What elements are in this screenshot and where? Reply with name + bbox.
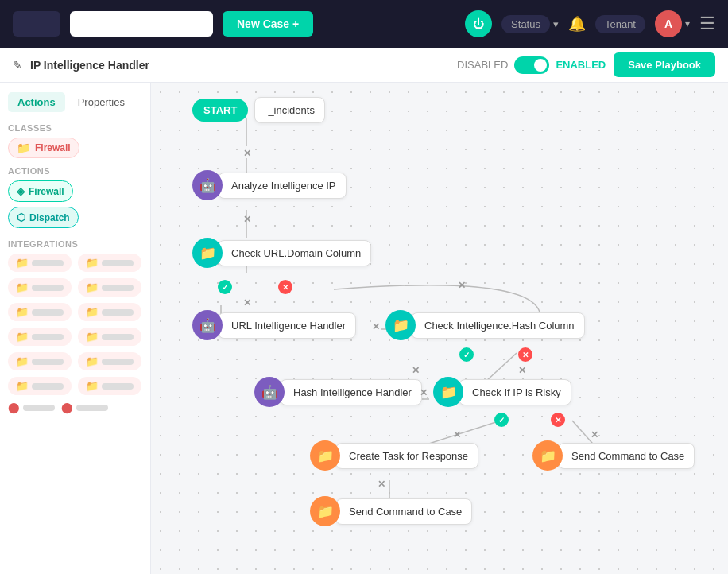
folder-icon: 📁 (86, 257, 99, 269)
folder-orange-icon: 📁 (310, 440, 340, 471)
check-hash-label: Check Intelligence.Hash Column (411, 312, 585, 339)
integration-item[interactable]: 📁 (78, 328, 141, 346)
fail-connector: ✕ (551, 413, 565, 427)
connector-x: ✕ (243, 214, 251, 225)
integration-item[interactable]: ⬤ (61, 401, 108, 413)
actions-label: Actions (8, 166, 142, 176)
folder-icon: 📁 (86, 355, 99, 367)
playbook-title: IP Intelligence Handler (30, 59, 149, 72)
topnav: New Case + ⏻ Status ▾ 🔔 Tenant A ▾ ☰ (0, 0, 728, 48)
folder-icon: 📁 (16, 380, 29, 392)
folder-icon: 📁 (86, 331, 99, 343)
circle-icon: ⬤ (8, 401, 20, 413)
success-connector: ✓ (218, 280, 232, 294)
connector-x: ✕ (243, 297, 251, 308)
integration-item[interactable]: 📁 (8, 278, 72, 297)
flow-canvas[interactable]: START _incidents ✕ 🤖 Analyze Intelligenc… (151, 83, 728, 574)
start-text: _incidents (254, 97, 325, 123)
hamburger-icon[interactable]: ☰ (699, 14, 715, 34)
connector-x: ✕ (412, 365, 420, 376)
search-input[interactable] (70, 11, 213, 37)
connector-x: ✕ (453, 429, 461, 440)
folder-icon: 📁 (16, 257, 29, 269)
fail-connector: ✕ (518, 347, 532, 362)
send-command-right-node[interactable]: 📁 Send Command to Case (532, 440, 695, 471)
integration-item[interactable]: 📁 (8, 303, 72, 321)
avatar-dropdown[interactable]: A ▾ (655, 10, 690, 37)
classes-label: Classes (8, 123, 142, 133)
integration-item[interactable]: 📁 (78, 278, 141, 297)
folder-icon: 📁 (17, 142, 30, 154)
folder-icon: 📁 (86, 306, 99, 318)
folder-teal-icon: 📁 (192, 238, 223, 268)
folder-icon: 📁 (86, 281, 99, 293)
action-firewall-label: Firewall (29, 186, 64, 197)
integration-row: 📁 📁 (8, 328, 142, 346)
connector-x: ✕ (420, 387, 428, 398)
circle-icon: ⬤ (61, 401, 73, 413)
integration-item[interactable]: 📁 (78, 303, 141, 321)
integration-item[interactable]: 📁 (78, 254, 141, 272)
integration-item[interactable]: 📁 (8, 254, 72, 272)
integration-item[interactable]: 📁 (78, 352, 141, 370)
integration-row: ⬤ ⬤ (8, 401, 142, 413)
enable-toggle[interactable] (514, 56, 549, 74)
fail-connector: ✕ (278, 280, 292, 294)
avatar: A (655, 10, 682, 37)
check-hash-node[interactable]: 📁 Check Intelligence.Hash Column (385, 310, 585, 340)
status-dropdown[interactable]: Status ▾ (501, 15, 559, 33)
nav-logo (13, 11, 60, 37)
enabled-label: ENABLED (556, 59, 606, 71)
integration-row: 📁 📁 (8, 303, 142, 321)
hash-intelligence-node[interactable]: 🤖 Hash Intelligence Handler (254, 377, 422, 407)
check-url-node[interactable]: 📁 Check URL.Domain Column (192, 238, 371, 268)
analyze-intelligence-node[interactable]: 🤖 Analyze Intelligence IP (192, 170, 347, 200)
disabled-label: DISABLED (457, 59, 508, 71)
integration-row: 📁 📁 (8, 352, 142, 370)
integration-item[interactable]: 📁 (8, 377, 72, 395)
chevron-down-icon: ▾ (553, 18, 559, 30)
create-task-label: Create Task for Response (335, 443, 478, 469)
send-command-bottom-node[interactable]: 📁 Send Command to Case (310, 496, 472, 526)
connector-x: ✕ (518, 365, 526, 376)
power-icon[interactable]: ⏻ (465, 10, 492, 37)
success-connector: ✓ (459, 347, 474, 362)
start-node[interactable]: START _incidents (192, 97, 325, 123)
integration-item[interactable]: 📁 (8, 352, 72, 370)
tab-actions[interactable]: Actions (8, 92, 65, 112)
integration-row: 📁 📁 (8, 278, 142, 297)
main-layout: Actions Properties Classes 📁 Firewall Ac… (0, 83, 728, 574)
integration-item[interactable]: ⬤ (8, 401, 55, 413)
new-case-button[interactable]: New Case + (223, 11, 313, 37)
robot-icon: 🤖 (192, 310, 223, 340)
diamond-icon: ◈ (17, 185, 25, 197)
check-ip-node[interactable]: 📁 Check If IP is Risky (433, 377, 571, 407)
create-task-node[interactable]: 📁 Create Task for Response (310, 440, 478, 471)
folder-icon: 📁 (16, 355, 29, 367)
dispatch-icon: ⬡ (17, 211, 25, 223)
action-items: ◈ Firewall ⬡ Dispatch (8, 180, 142, 228)
folder-teal-icon: 📁 (385, 310, 416, 340)
action-chip-dispatch[interactable]: ⬡ Dispatch (8, 207, 79, 228)
subheader: ✎ IP Intelligence Handler DISABLED ENABL… (0, 48, 728, 83)
firewall-class[interactable]: 📁 Firewall (8, 138, 79, 158)
connector-x: ✕ (458, 280, 466, 291)
integration-item[interactable]: 📁 (8, 328, 72, 346)
save-playbook-button[interactable]: Save Playbook (614, 52, 715, 77)
tab-properties[interactable]: Properties (68, 92, 134, 112)
robot-icon: 🤖 (192, 170, 223, 200)
folder-orange-icon: 📁 (532, 440, 563, 471)
url-intelligence-node[interactable]: 🤖 URL Intelligence Handler (192, 310, 356, 340)
folder-icon: 📁 (86, 380, 99, 392)
edit-icon: ✎ (13, 59, 22, 72)
folder-orange-icon: 📁 (310, 496, 340, 526)
connector-x: ✕ (591, 429, 598, 440)
folder-icon: 📁 (16, 331, 29, 343)
check-ip-label: Check If IP is Risky (459, 379, 571, 405)
url-intelligence-label: URL Intelligence Handler (218, 312, 356, 339)
sidebar: Actions Properties Classes 📁 Firewall Ac… (0, 83, 151, 574)
action-chip-firewall[interactable]: ◈ Firewall (8, 180, 73, 202)
bell-icon[interactable]: 🔔 (568, 15, 586, 33)
integration-item[interactable]: 📁 (78, 377, 141, 395)
integrations-label: Integrations (8, 239, 142, 249)
